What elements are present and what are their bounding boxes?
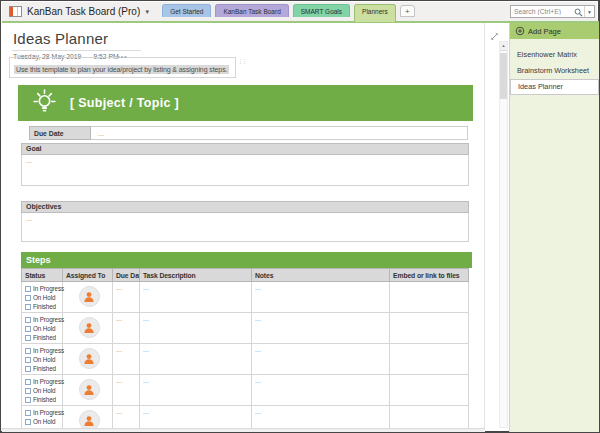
container-resize-handle[interactable]: ⋮⋮ — [238, 58, 246, 64]
tab-planners[interactable]: Planners — [354, 4, 396, 22]
assignee-avatar[interactable] — [79, 410, 100, 428]
container-move-handle[interactable]: ••• — [117, 53, 127, 60]
finished-checkbox[interactable] — [25, 397, 31, 403]
finished-checkbox[interactable] — [25, 304, 31, 310]
on-hold-checkbox[interactable] — [25, 326, 31, 332]
in-progress-checkbox[interactable] — [25, 379, 31, 385]
in-progress-checkbox[interactable] — [25, 317, 31, 323]
scroll-up-icon[interactable]: ▲ — [500, 42, 507, 51]
expand-page-icon[interactable] — [490, 27, 499, 45]
section-tabs: Get Started KanBan Task Board SMART Goal… — [162, 2, 419, 21]
col-header-due-date: Due Date — [113, 269, 140, 282]
task-description-cell[interactable]: ... — [140, 313, 252, 344]
task-description-cell[interactable]: ... — [140, 344, 252, 375]
assignee-avatar[interactable] — [79, 379, 100, 400]
page-item-ideas-planner[interactable]: Ideas Planner — [510, 79, 599, 95]
on-hold-label: On Hold — [33, 325, 55, 332]
new-section-tab[interactable]: + — [400, 5, 415, 17]
search-icon — [574, 3, 583, 21]
assignee-avatar[interactable] — [79, 286, 100, 307]
in-progress-checkbox[interactable] — [25, 410, 31, 416]
tab-kanban-task-board[interactable]: KanBan Task Board — [215, 4, 288, 17]
notebook-title[interactable]: KanBan Task Board (Pro) — [27, 6, 140, 17]
search-scope-dropdown-icon[interactable]: ▼ — [585, 9, 594, 15]
tab-smart-goals[interactable]: SMART Goals — [293, 4, 350, 17]
notes-cell[interactable]: ... — [252, 344, 390, 375]
embed-cell[interactable] — [390, 375, 469, 406]
person-icon — [83, 415, 95, 427]
task-description-cell[interactable]: ... — [140, 375, 252, 406]
table-row: In Progress On Hold Finished ... ... ... — [22, 375, 469, 406]
notebook-dropdown-icon[interactable]: ▼ — [144, 9, 150, 15]
objectives-body[interactable]: ... — [21, 213, 469, 242]
app-window: KanBan Task Board (Pro) ▼ Get Started Ka… — [0, 0, 600, 433]
goal-header: Goal — [21, 143, 469, 155]
col-header-notes: Notes — [252, 269, 390, 282]
due-date-cell[interactable]: ... — [113, 344, 140, 375]
embed-cell[interactable] — [390, 313, 469, 344]
subject-banner[interactable]: [ Subject / Topic ] — [18, 85, 473, 121]
page-item-brainstorm-worksheet[interactable]: Brainstorm Worksheet — [510, 63, 599, 79]
finished-label: Finished — [33, 334, 56, 341]
due-date-cell[interactable]: ... — [113, 406, 140, 429]
due-date-label: Due Date — [29, 126, 91, 140]
in-progress-label: In Progress — [33, 409, 64, 416]
in-progress-checkbox[interactable] — [25, 348, 31, 354]
in-progress-label: In Progress — [33, 378, 64, 385]
status-cell: In Progress On Hold Finished — [22, 282, 63, 313]
add-page-button[interactable]: Add Page — [510, 23, 599, 39]
assignee-avatar[interactable] — [79, 317, 100, 338]
page-item-eisenhower-matrix[interactable]: Eisenhower Matrix — [510, 47, 599, 63]
vertical-scrollbar-thumb[interactable] — [500, 53, 507, 99]
finished-label: Finished — [33, 303, 56, 310]
assignee-avatar[interactable] — [79, 348, 100, 369]
col-header-task-description: Task Description — [140, 269, 252, 282]
subject-topic-text: [ Subject / Topic ] — [70, 96, 179, 110]
finished-label: Finished — [33, 396, 56, 403]
on-hold-label: On Hold — [33, 356, 55, 363]
tab-get-started[interactable]: Get Started — [162, 4, 211, 17]
titlebar: KanBan Task Board (Pro) ▼ Get Started Ka… — [2, 2, 597, 21]
finished-checkbox[interactable] — [25, 366, 31, 372]
horizontal-scrollbar[interactable] — [2, 428, 485, 432]
due-date-value[interactable]: ... — [91, 126, 468, 140]
assigned-to-cell — [63, 344, 113, 375]
embed-cell[interactable] — [390, 282, 469, 313]
goal-body[interactable]: ... — [21, 155, 469, 186]
on-hold-checkbox[interactable] — [25, 388, 31, 394]
due-date-cell[interactable]: ... — [113, 282, 140, 313]
page-list: Eisenhower Matrix Brainstorm Worksheet I… — [510, 47, 599, 95]
embed-cell[interactable] — [390, 406, 469, 429]
notes-cell[interactable]: ... — [252, 282, 390, 313]
embed-cell[interactable] — [390, 344, 469, 375]
notes-cell[interactable]: ... — [252, 375, 390, 406]
status-cell: In Progress On Hold Finished — [22, 406, 63, 429]
instruction-container[interactable]: ••• ⋮⋮ Use this template to plan your id… — [9, 57, 236, 78]
due-date-cell[interactable]: ... — [113, 375, 140, 406]
due-date-cell[interactable]: ... — [113, 313, 140, 344]
finished-checkbox[interactable] — [25, 335, 31, 341]
finished-label: Finished — [33, 365, 56, 372]
vertical-scrollbar[interactable]: ▲ — [499, 41, 508, 428]
col-header-embed: Embed or link to files — [390, 269, 469, 282]
assigned-to-cell — [63, 406, 113, 429]
status-cell: In Progress On Hold Finished — [22, 344, 63, 375]
task-description-cell[interactable]: ... — [140, 406, 252, 429]
assigned-to-cell — [63, 282, 113, 313]
in-progress-label: In Progress — [33, 316, 64, 323]
notes-cell[interactable]: ... — [252, 406, 390, 429]
notes-cell[interactable]: ... — [252, 313, 390, 344]
col-header-status: Status — [22, 269, 63, 282]
task-description-cell[interactable]: ... — [140, 282, 252, 313]
person-icon — [83, 322, 95, 334]
person-icon — [83, 291, 95, 303]
status-cell: In Progress On Hold Finished — [22, 313, 63, 344]
on-hold-checkbox[interactable] — [25, 419, 31, 425]
on-hold-checkbox[interactable] — [25, 295, 31, 301]
person-icon — [83, 384, 95, 396]
in-progress-checkbox[interactable] — [25, 286, 31, 292]
search-box[interactable]: Search (Ctrl+E) ▼ — [510, 5, 595, 18]
on-hold-label: On Hold — [33, 294, 55, 301]
page-title[interactable]: Ideas Planner — [13, 30, 108, 47]
on-hold-checkbox[interactable] — [25, 357, 31, 363]
